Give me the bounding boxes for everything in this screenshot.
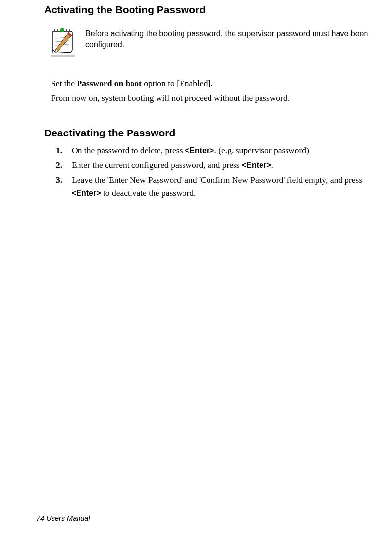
step-number: 3.	[56, 173, 65, 199]
svg-rect-0	[60, 28, 64, 32]
list-item: 3. Leave the 'Enter New Password' and 'C…	[56, 173, 383, 199]
step-number: 1.	[56, 144, 65, 157]
page-footer: 74 Users Manual	[36, 514, 90, 522]
body-paragraph-1: Set the Password on boot option to [Enab…	[51, 78, 383, 90]
heading-activating: Activating the Booting Password	[44, 4, 383, 16]
note-icon	[51, 28, 75, 56]
list-item: 2. Enter the current configured password…	[56, 159, 383, 171]
note-block: Before activating the booting password, …	[51, 28, 383, 56]
note-text: Before activating the booting password, …	[85, 28, 383, 56]
list-item: 1. On the password to delete, press <Ent…	[56, 144, 383, 157]
step-number: 2.	[56, 159, 65, 171]
step-body: Leave the 'Enter New Password' and 'Conf…	[72, 173, 383, 199]
steps-list: 1. On the password to delete, press <Ent…	[56, 144, 383, 199]
step-body: Enter the current configured password, a…	[72, 159, 383, 171]
heading-deactivating: Deactivating the Password	[44, 127, 383, 139]
body-paragraph-2: From now on, system booting will not pro…	[51, 92, 383, 104]
step-body: On the password to delete, press <Enter>…	[72, 144, 383, 157]
